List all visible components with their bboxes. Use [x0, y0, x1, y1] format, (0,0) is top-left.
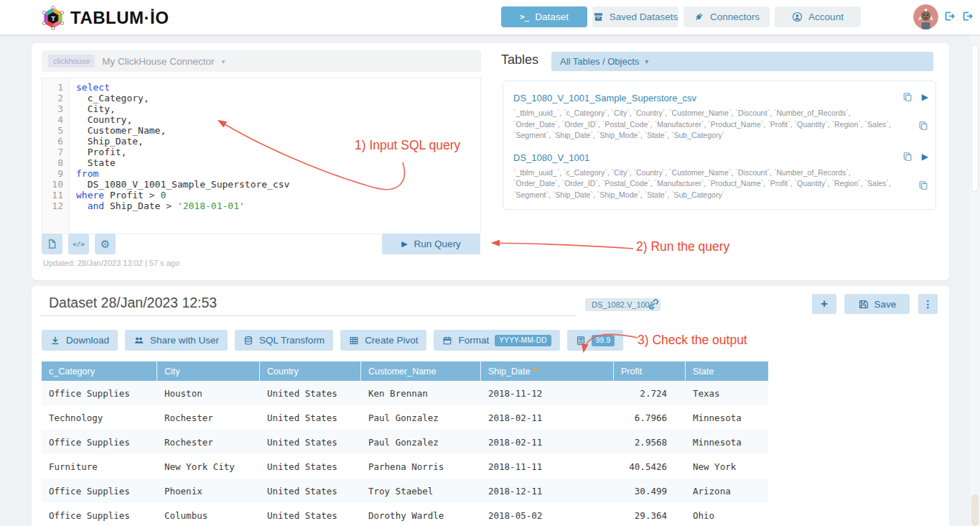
- dataset-title: Dataset 28/Jan/2023 12:53: [49, 295, 217, 311]
- calculator-icon: [576, 336, 586, 346]
- sort-indicator-dot: [533, 367, 537, 371]
- tables-filter-label: All Tables / Objects: [560, 56, 639, 67]
- table-cell: Paul Gonzalez: [361, 405, 481, 430]
- copy-columns-icon[interactable]: [918, 180, 928, 190]
- nav-label: Connectors: [710, 11, 760, 22]
- column-header-country[interactable]: Country: [260, 361, 361, 381]
- code-line: where Profit > 0: [76, 190, 289, 200]
- leave-session-icon[interactable]: [961, 9, 974, 22]
- column-header-label: Country: [267, 366, 299, 377]
- scrollbar-thumb-bottom[interactable]: [971, 494, 979, 526]
- copy-icon[interactable]: [902, 92, 913, 102]
- link-icon[interactable]: [648, 298, 660, 310]
- code-line: select: [76, 82, 289, 93]
- table-cell: 6.7966: [614, 405, 686, 430]
- column-header-state[interactable]: State: [686, 361, 768, 381]
- format-code-button[interactable]: </>: [68, 234, 89, 254]
- table-row: Office SuppliesColumbusUnited StatesDoro…: [42, 503, 768, 526]
- table-cell: Troy Staebel: [361, 479, 481, 503]
- code-line: Ship_Date,: [76, 136, 289, 147]
- updated-status: Updated: 28/Jan/2023 13:02 | 57 s ago: [43, 259, 179, 267]
- column-header-label: Profit: [621, 366, 642, 377]
- run-table-query-icon[interactable]: ▶: [922, 92, 928, 102]
- table-cell: Dorothy Wardle: [361, 503, 481, 526]
- table-cell: Office Supplies: [42, 503, 157, 526]
- toolbar-button-share-with-user[interactable]: Share with User: [125, 330, 228, 351]
- run-query-button[interactable]: ▶ Run Query: [382, 234, 480, 254]
- nav-button-saved-datasets[interactable]: Saved Datasets: [592, 6, 678, 27]
- more-options-button[interactable]: ⋮: [918, 294, 938, 314]
- table-cell: New York: [686, 454, 768, 479]
- column-header-label: State: [693, 366, 714, 377]
- tables-panel-title: Tables: [501, 52, 538, 68]
- tables-filter-select[interactable]: All Tables / Objects ▾: [551, 52, 933, 71]
- toolbar-button-format[interactable]: FormatYYYY-MM-DD: [434, 330, 559, 351]
- column-header-ship_date[interactable]: Ship_Date: [481, 361, 614, 381]
- run-table-query-icon[interactable]: ▶: [922, 152, 928, 162]
- table-cell: 2018-02-11: [481, 430, 614, 454]
- chevron-down-icon: ▾: [221, 57, 225, 65]
- toolbar-button-create-pivot[interactable]: Create Pivot: [340, 330, 426, 351]
- top-navbar: T TABLUM·İO >_DatasetSaved DatasetsConne…: [0, 0, 980, 34]
- sign-out-icon[interactable]: [943, 9, 956, 22]
- table-name-link[interactable]: DS_1080_V_1001: [513, 152, 589, 163]
- table-entry-actions: ▶: [902, 92, 928, 102]
- table-cell: Phoenix: [157, 479, 260, 503]
- column-header-customer_name[interactable]: Customer_Name: [361, 361, 481, 381]
- table-cell: New York City: [157, 454, 260, 479]
- column-header-city[interactable]: City: [157, 361, 260, 381]
- connector-type-badge: clickhouse: [48, 55, 95, 68]
- scrollbar-thumb-top[interactable]: [971, 45, 979, 192]
- table-row: Office SuppliesPhoenixUnited StatesTroy …: [42, 479, 768, 503]
- add-dataset-button[interactable]: +: [812, 294, 836, 314]
- nav-button-account[interactable]: Account: [775, 6, 861, 27]
- avatar[interactable]: [913, 4, 938, 29]
- annotation-check-output: 3) Check the output: [638, 333, 747, 348]
- query-panel: clickhouse My ClickHouse Connector ▾ 123…: [32, 43, 949, 280]
- toolbar-button-sql-transform[interactable]: SQL Transform: [235, 330, 333, 351]
- result-table: c_CategoryCityCountryCustomer_NameShip_D…: [42, 361, 768, 526]
- column-header-profit[interactable]: Profit: [614, 361, 686, 381]
- sql-editor[interactable]: 123456789101112 select c_Category, City,…: [42, 78, 481, 234]
- toolbar-button-aggregate[interactable]: 99.9: [567, 330, 624, 351]
- code-line: and Ship_Date > '2018-01-01': [76, 200, 289, 211]
- account-icon: [792, 11, 803, 22]
- svg-text:T: T: [51, 15, 55, 22]
- table-entry: DS_1080_V_1001▶`_tblm_uuid_`, `c_Categor…: [513, 148, 925, 208]
- new-query-button[interactable]: [42, 234, 62, 254]
- result-table-body: Office SuppliesHoustonUnited StatesKen B…: [42, 381, 768, 526]
- pivot-icon: [349, 336, 359, 346]
- table-cell: Technology: [42, 405, 157, 430]
- annotation-input-sql: 1) Input SQL query: [355, 138, 460, 153]
- editor-line-numbers: 123456789101112: [42, 78, 70, 234]
- code-line: Customer_Name,: [76, 125, 289, 136]
- table-entry-actions: ▶: [902, 152, 928, 162]
- save-button[interactable]: Save: [844, 294, 910, 314]
- table-cell: United States: [260, 479, 361, 503]
- copy-icon[interactable]: [902, 152, 913, 162]
- toolbar-button-download[interactable]: Download: [42, 330, 118, 351]
- table-cell: 2018-11-11: [481, 454, 614, 479]
- connector-name: My ClickHouse Connector: [102, 56, 214, 67]
- column-header-label: City: [164, 366, 180, 377]
- table-cell: Office Supplies: [42, 479, 157, 503]
- dataset-toolbar: DownloadShare with UserSQL TransformCrea…: [42, 330, 623, 351]
- code-line: c_Category,: [76, 93, 289, 103]
- table-name-link[interactable]: DS_1080_V_1001_Sample_Superstore_csv: [513, 93, 696, 103]
- table-row: Office SuppliesHoustonUnited StatesKen B…: [42, 381, 768, 405]
- code-line: Profit,: [76, 147, 289, 157]
- column-header-label: Ship_Date: [488, 366, 530, 377]
- editor-code: select c_Category, City, Country, Custom…: [70, 78, 289, 234]
- floppy-icon: [858, 299, 869, 310]
- query-settings-button[interactable]: ⚙: [95, 234, 116, 254]
- table-cell: Parhena Norris: [361, 454, 481, 479]
- connector-select[interactable]: clickhouse My ClickHouse Connector ▾: [42, 50, 481, 72]
- nav-label: Saved Datasets: [610, 11, 678, 22]
- table-entry: DS_1080_V_1001_Sample_Superstore_csv▶`_t…: [513, 88, 925, 148]
- column-header-c_category[interactable]: c_Category: [42, 361, 157, 381]
- copy-columns-icon[interactable]: [918, 121, 928, 131]
- nav-button-dataset[interactable]: >_Dataset: [501, 6, 587, 27]
- table-cell: United States: [260, 381, 361, 405]
- nav-button-connectors[interactable]: Connectors: [683, 6, 770, 27]
- save-label: Save: [874, 299, 897, 310]
